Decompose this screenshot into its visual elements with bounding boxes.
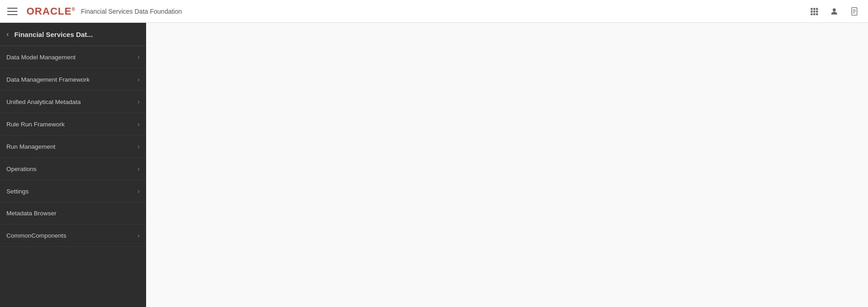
svg-rect-0 <box>811 8 813 10</box>
svg-rect-5 <box>816 10 818 12</box>
sidebar-item-unified-analytical-metadata[interactable]: Unified Analytical Metadata › <box>0 91 146 113</box>
chevron-right-icon: › <box>137 76 140 83</box>
chevron-right-icon: › <box>137 53 140 61</box>
sidebar-item-rule-run-framework[interactable]: Rule Run Framework › <box>0 113 146 135</box>
chevron-right-icon: › <box>137 187 140 195</box>
sidebar-item-data-model-management[interactable]: Data Model Management › <box>0 46 146 68</box>
sidebar-item-run-management[interactable]: Run Management › <box>0 135 146 158</box>
sidebar-item-operations[interactable]: Operations › <box>0 158 146 180</box>
svg-rect-7 <box>813 13 815 15</box>
hamburger-menu-button[interactable] <box>7 8 17 15</box>
header-icons <box>808 5 861 18</box>
header-logo: ORACLE® Financial Services Data Foundati… <box>26 5 182 17</box>
chevron-right-icon: › <box>137 120 140 128</box>
chevron-right-icon: › <box>137 98 140 105</box>
oracle-wordmark: ORACLE® <box>26 5 75 17</box>
svg-rect-2 <box>816 8 818 10</box>
svg-rect-8 <box>816 13 818 15</box>
sidebar-item-metadata-browser[interactable]: Metadata Browser <box>0 203 146 224</box>
svg-rect-6 <box>811 13 813 15</box>
svg-point-9 <box>833 8 836 11</box>
sidebar: ‹ Financial Services Dat... Data Model M… <box>0 23 146 307</box>
grid-icon-button[interactable] <box>808 5 821 18</box>
sidebar-header: ‹ Financial Services Dat... <box>0 23 146 46</box>
user-icon-button[interactable] <box>828 5 841 18</box>
main-content <box>146 23 868 307</box>
svg-rect-1 <box>813 8 815 10</box>
product-name: Financial Services Data Foundation <box>81 8 182 15</box>
sidebar-back-button[interactable]: ‹ <box>6 30 9 38</box>
chevron-right-icon: › <box>137 143 140 150</box>
sidebar-item-settings[interactable]: Settings › <box>0 180 146 203</box>
sidebar-title: Financial Services Dat... <box>14 31 93 38</box>
sidebar-item-data-management-framework[interactable]: Data Management Framework › <box>0 68 146 91</box>
top-header: ORACLE® Financial Services Data Foundati… <box>0 0 868 23</box>
svg-rect-3 <box>811 10 813 12</box>
chevron-right-icon: › <box>137 165 140 172</box>
svg-rect-4 <box>813 10 815 12</box>
main-layout: ‹ Financial Services Dat... Data Model M… <box>0 23 868 307</box>
sidebar-item-common-components[interactable]: CommonComponents › <box>0 224 146 247</box>
chevron-right-icon: › <box>137 232 140 239</box>
document-icon-button[interactable] <box>848 5 861 18</box>
